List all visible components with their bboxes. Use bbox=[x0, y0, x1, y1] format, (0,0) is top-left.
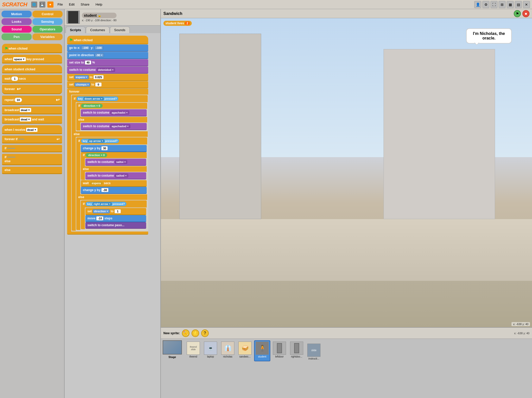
sb-forever[interactable]: forever if key down arrow▼ pressed? bbox=[67, 89, 148, 235]
sb-if-up[interactable]: if key up arrow▼ pressed? change bbox=[76, 137, 147, 230]
block-when-clicked[interactable]: ⚑ when clicked bbox=[2, 44, 62, 53]
broadcast-dropdown[interactable]: dead bbox=[20, 108, 31, 112]
dir-cond[interactable]: direction = 0 bbox=[81, 104, 103, 108]
direction-dropdown[interactable]: -90 bbox=[95, 53, 104, 57]
up-key-cond[interactable]: key up arrow▼ pressed? bbox=[81, 139, 119, 143]
sb-switch-agachadoi[interactable]: switch to costume agachadoi bbox=[81, 109, 147, 116]
paint-sprite-btn[interactable]: ✏️ bbox=[182, 329, 189, 337]
block-forever[interactable]: forever ↩ bbox=[2, 85, 62, 94]
sb-point-direction[interactable]: point in direction -90 bbox=[67, 52, 148, 59]
block-broadcast[interactable]: broadcast dead bbox=[2, 107, 62, 114]
sb-when-clicked[interactable]: ⚑ when clicked bbox=[67, 36, 148, 44]
cat-motion[interactable]: Motion bbox=[2, 11, 32, 17]
down-key-cond[interactable]: key down arrow▼ pressed? bbox=[77, 96, 118, 101]
agachadoi-dd[interactable]: agachadoi bbox=[110, 111, 129, 115]
sb-wait-espera[interactable]: wait espera secs bbox=[81, 180, 147, 187]
sprite-item-student[interactable]: 🧍 student bbox=[254, 340, 270, 361]
layout-icon[interactable]: ▤ bbox=[515, 1, 522, 8]
cat-operators[interactable]: Operators bbox=[32, 26, 63, 33]
goto-x[interactable]: -190 bbox=[81, 46, 90, 50]
saltoi-dd[interactable]: saltoi bbox=[115, 160, 127, 164]
settings-icon[interactable]: ⚙ bbox=[482, 1, 489, 8]
cat-pen[interactable]: Pen bbox=[2, 33, 32, 40]
cat-looks[interactable]: Looks bbox=[2, 18, 32, 25]
sb-switch-saltoi[interactable]: switch to costume saltoi bbox=[85, 159, 146, 166]
yneg30-val[interactable]: -30 bbox=[101, 188, 108, 192]
sprite-item-leftdoor[interactable]: leftdoor bbox=[271, 340, 288, 361]
espera-value[interactable]: 0.025 bbox=[93, 75, 104, 79]
tab-costumes[interactable]: Costumes bbox=[86, 27, 109, 33]
block-when-receive[interactable]: when I receive dead bbox=[2, 125, 62, 134]
save-icon[interactable]: 💾 bbox=[39, 2, 45, 8]
sb-if-down[interactable]: if key down arrow▼ pressed? if bbox=[72, 95, 148, 231]
upload-sprite-btn[interactable]: ? bbox=[201, 329, 209, 337]
costume1-dropdown[interactable]: detenidod bbox=[97, 68, 115, 72]
broadcast-wait-dropdown[interactable]: dead bbox=[20, 117, 31, 121]
sprite-item-rightdoor[interactable]: rightdoo... bbox=[289, 340, 305, 361]
dir1-dropdown[interactable]: direction bbox=[93, 209, 109, 213]
sprite-item-laptop[interactable]: 💻 laptop bbox=[202, 340, 219, 361]
sb-switch-paso[interactable]: switch to costume paso... bbox=[85, 222, 146, 229]
block-else[interactable]: else bbox=[2, 167, 62, 174]
cat-variables[interactable]: Variables bbox=[32, 33, 63, 40]
sb-set-espera[interactable]: set espera to 0.025 bbox=[67, 74, 148, 81]
block-when-space-pressed[interactable]: when space key pressed bbox=[2, 55, 62, 64]
block-when-student-clicked[interactable]: when student clicked bbox=[2, 65, 62, 73]
sprite-item-nicholas[interactable]: 👔 nicholas bbox=[220, 340, 236, 361]
block-if[interactable]: if bbox=[2, 145, 62, 152]
y30-val[interactable]: 30 bbox=[101, 146, 108, 150]
sb-switch-costume1[interactable]: switch to costume detenidod bbox=[67, 67, 148, 74]
chomps-dropdown[interactable]: chomps bbox=[74, 82, 90, 87]
menu-file[interactable]: File bbox=[55, 2, 65, 7]
size-value[interactable]: 40 bbox=[85, 60, 91, 65]
sprite-item-instructi[interactable]: slide instructi... bbox=[306, 342, 322, 361]
goto-y[interactable]: -108 bbox=[94, 46, 103, 50]
menu-share[interactable]: Share bbox=[79, 2, 91, 7]
grid-icon[interactable]: ▦ bbox=[507, 1, 514, 8]
fullscreen-icon[interactable]: ⛶ bbox=[490, 1, 498, 8]
sb-goto[interactable]: go to x: -190 y: -108 bbox=[67, 45, 148, 52]
receive-dropdown[interactable]: dead bbox=[26, 128, 37, 132]
dir1-val[interactable]: 1 bbox=[115, 209, 121, 213]
agachadod-dd[interactable]: agachadod bbox=[110, 124, 130, 128]
cat-sound[interactable]: Sound bbox=[2, 26, 32, 33]
user-icon[interactable]: 👤 bbox=[474, 1, 481, 8]
move-neg10-val[interactable]: -10 bbox=[96, 216, 103, 220]
saltod-dd[interactable]: saltod bbox=[115, 174, 128, 178]
script-canvas[interactable]: ⚑ when clicked go to x: -190 y: -108 poi… bbox=[65, 33, 160, 398]
sb-if-dir[interactable]: if direction = 0 switch to costume agach… bbox=[76, 103, 147, 131]
block-repeat[interactable]: repeat 10 ↩ bbox=[2, 96, 62, 105]
random-sprite-btn[interactable]: ⭐ bbox=[192, 329, 199, 337]
dir-cond2[interactable]: direction = 0 bbox=[86, 153, 107, 157]
key-down-dropdown[interactable]: down arrow▼ bbox=[84, 97, 104, 100]
sprite-item-theend[interactable]: theendslide theend bbox=[185, 340, 201, 361]
presentation-icon[interactable]: ⊞ bbox=[499, 1, 506, 8]
sprite-item-sandwich[interactable]: 🥪 sandwic... bbox=[237, 340, 253, 361]
sb-if-right[interactable]: if key right arrow▼ pressed? bbox=[81, 200, 147, 229]
key-dropdown[interactable]: space bbox=[13, 57, 26, 61]
tab-sounds[interactable]: Sounds bbox=[110, 27, 130, 33]
block-wait[interactable]: wait 1 secs bbox=[2, 75, 62, 83]
share-icon[interactable]: ★ bbox=[47, 2, 53, 8]
chomps-value[interactable]: 0 bbox=[95, 82, 102, 87]
tab-scripts[interactable]: Scripts bbox=[66, 27, 85, 33]
sb-set-dir1[interactable]: set direction to 1 bbox=[85, 208, 146, 215]
sb-change-y30[interactable]: change y by 30 bbox=[81, 145, 147, 152]
espera-dropdown[interactable]: espera bbox=[74, 75, 88, 79]
sb-change-yneg30[interactable]: change y by -30 bbox=[81, 187, 147, 194]
key-right-dropdown[interactable]: right arrow▼ bbox=[93, 202, 112, 206]
stop-button[interactable]: ■ bbox=[522, 10, 529, 17]
globe-icon[interactable]: 🌐 bbox=[31, 2, 37, 8]
sb-if-dir2[interactable]: if direction = 0 switch to costume salto… bbox=[81, 152, 147, 180]
wait-value[interactable]: 1 bbox=[11, 76, 18, 81]
sb-set-chomps[interactable]: set chomps to 0 bbox=[67, 81, 148, 88]
zoom-icon[interactable]: ✕ bbox=[523, 1, 530, 8]
sb-switch-agachadod[interactable]: switch to costume agachadod bbox=[81, 123, 147, 130]
stage-thumbnail[interactable] bbox=[163, 340, 182, 354]
sb-move-neg10[interactable]: move -10 steps bbox=[85, 215, 146, 222]
green-flag-button[interactable]: ⚑ bbox=[514, 10, 521, 17]
menu-help[interactable]: Help bbox=[93, 2, 104, 7]
menu-edit[interactable]: Edit bbox=[67, 2, 77, 7]
block-if-else[interactable]: if else bbox=[2, 154, 62, 165]
key-up-dropdown[interactable]: up arrow▼ bbox=[88, 139, 104, 143]
